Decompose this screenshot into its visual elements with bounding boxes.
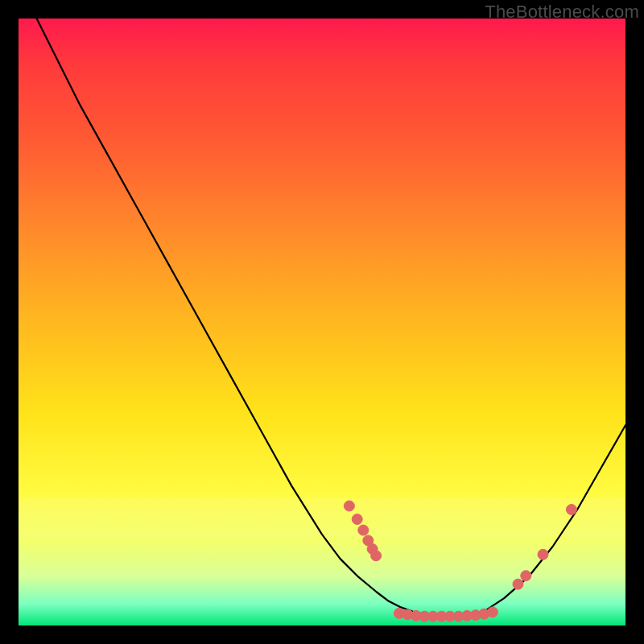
data-point — [352, 514, 362, 525]
data-point — [371, 551, 382, 561]
data-point — [344, 501, 354, 511]
chart-svg — [19, 19, 625, 625]
data-point — [566, 505, 576, 515]
chart-plot-area — [19, 19, 625, 625]
bottleneck-curve — [37, 19, 625, 617]
data-point — [358, 525, 369, 535]
data-point — [513, 579, 523, 589]
data-point — [538, 549, 548, 559]
data-point — [487, 607, 497, 617]
watermark-text: TheBottleneck.com — [485, 2, 639, 23]
data-point — [521, 571, 531, 581]
